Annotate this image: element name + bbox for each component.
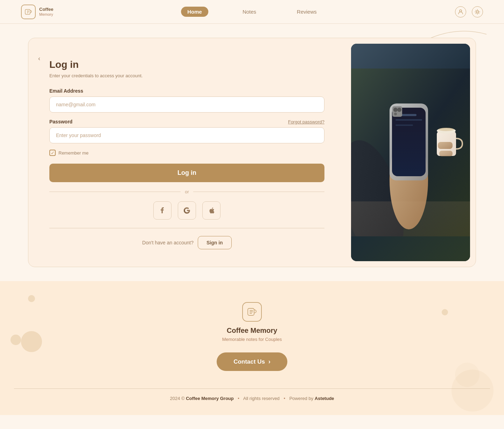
bubble-3 <box>28 295 35 302</box>
apple-icon <box>208 207 215 214</box>
theme-icon[interactable] <box>472 6 483 17</box>
contact-btn-label: Contact Us <box>233 358 265 365</box>
footer-dot-1: • <box>238 396 239 401</box>
footer: Coffee Memory Memorable notes for Couple… <box>0 281 504 415</box>
login-subtitle: Enter your credentials to access your ac… <box>49 73 324 78</box>
remember-label: Remember me <box>58 150 89 156</box>
divider-line-right <box>193 192 324 192</box>
navbar-right <box>455 6 483 17</box>
svg-rect-8 <box>392 108 426 176</box>
remember-row: ✓ Remember me <box>49 150 324 156</box>
main-nav: Home Notes Reviews <box>181 7 323 17</box>
password-input[interactable] <box>49 127 324 143</box>
signin-button[interactable]: Sign in <box>198 236 232 249</box>
logo-area: Coffee Memory <box>21 5 53 19</box>
bubble-1 <box>21 331 42 352</box>
logo-icon <box>21 5 36 19</box>
image-placeholder <box>351 44 470 261</box>
footer-icon <box>247 307 257 317</box>
bubble-6 <box>442 309 448 315</box>
svg-rect-20 <box>439 151 453 156</box>
bubble-2 <box>10 335 21 345</box>
copyright: 2024 © <box>170 396 184 401</box>
svg-rect-19 <box>438 142 453 149</box>
footer-rights: All rights reserved <box>243 396 280 401</box>
svg-point-13 <box>393 108 398 112</box>
logo-text: Coffee Memory <box>39 7 53 17</box>
contact-chevron-icon: › <box>268 358 271 365</box>
no-account-text: Don't have an account? <box>142 240 194 245</box>
facebook-login-button[interactable] <box>153 201 172 220</box>
google-login-button[interactable] <box>178 201 196 220</box>
login-form-section: Log in Enter your credentials to access … <box>28 38 345 267</box>
forgot-password-link[interactable]: Forgot password? <box>288 119 324 124</box>
facebook-icon <box>159 207 166 214</box>
user-icon[interactable] <box>455 6 466 17</box>
svg-rect-12 <box>392 106 402 117</box>
contact-us-button[interactable]: Contact Us › <box>217 352 287 371</box>
footer-powered-by: Powered by <box>289 396 314 401</box>
bubble-5 <box>455 363 479 387</box>
divider: or <box>49 189 324 194</box>
navbar: Coffee Memory Home Notes Reviews <box>0 0 504 24</box>
password-label: Password <box>49 119 72 124</box>
nav-notes[interactable]: Notes <box>236 7 262 17</box>
password-label-row: Password Forgot password? <box>49 119 324 124</box>
back-button[interactable]: ‹ <box>38 55 40 62</box>
footer-group-name: Coffee Memory Group <box>186 396 234 401</box>
footer-logo-icon <box>242 302 262 322</box>
footer-powered-name: Astetude <box>315 396 334 401</box>
bottom-divider <box>49 228 324 228</box>
apple-login-button[interactable] <box>202 201 220 220</box>
login-title: Log in <box>49 59 324 70</box>
footer-tagline: Memorable notes for Couples <box>14 337 490 342</box>
social-buttons <box>49 201 324 220</box>
footer-brand: Coffee Memory <box>14 327 490 335</box>
brand-name: Coffee <box>39 7 53 12</box>
brand-name2: Memory <box>39 12 53 17</box>
email-input[interactable] <box>49 96 324 113</box>
image-visual <box>351 69 470 236</box>
svg-point-18 <box>439 128 454 131</box>
signup-row: Don't have an account? Sign in <box>49 236 324 249</box>
svg-point-1 <box>460 10 462 12</box>
nav-home[interactable]: Home <box>181 7 208 17</box>
login-card: ‹ Log in Enter your credentials to acces… <box>28 38 476 267</box>
email-label: Email Address <box>49 88 324 94</box>
nav-reviews[interactable]: Reviews <box>290 7 323 17</box>
login-image <box>351 44 470 261</box>
remember-checkbox[interactable]: ✓ <box>49 150 56 156</box>
svg-rect-10 <box>396 119 422 121</box>
footer-bottom: 2024 © Coffee Memory Group • All rights … <box>14 388 490 401</box>
divider-text: or <box>185 189 189 194</box>
divider-line-left <box>49 192 181 192</box>
svg-point-14 <box>397 108 401 112</box>
login-button[interactable]: Log in <box>49 164 324 182</box>
svg-rect-21 <box>351 201 470 236</box>
footer-dot-2: • <box>284 396 285 401</box>
svg-point-15 <box>394 113 397 115</box>
svg-rect-11 <box>396 124 413 126</box>
main-content: ‹ Log in Enter your credentials to acces… <box>0 24 504 281</box>
google-icon <box>183 207 190 214</box>
